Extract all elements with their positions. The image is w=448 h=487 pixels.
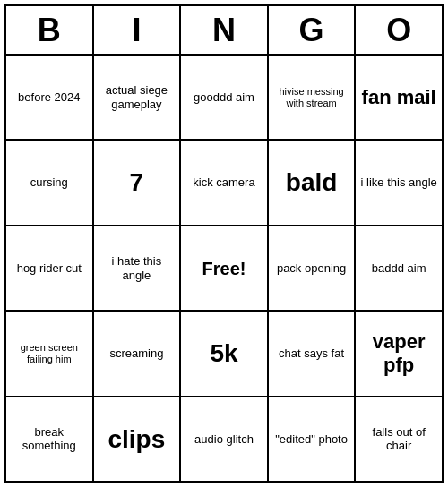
- header-letter: O: [356, 6, 442, 54]
- bingo-grid: before 2024actual siege gameplaygooddd a…: [6, 56, 442, 481]
- bingo-cell-0-2: gooddd aim: [181, 56, 269, 139]
- header-letter: B: [6, 6, 94, 54]
- bingo-cell-2-0: hog rider cut: [6, 226, 94, 310]
- bingo-cell-4-1: clips: [94, 397, 182, 481]
- bingo-row-2: hog rider cuti hate this angleFree!pack …: [6, 226, 442, 312]
- bingo-cell-2-3: pack opening: [269, 226, 357, 310]
- bingo-cell-4-3: "edited" photo: [269, 397, 357, 481]
- header-letter: N: [181, 6, 269, 54]
- bingo-cell-3-1: screaming: [94, 312, 182, 395]
- bingo-row-1: cursing7kick camerabaldi like this angle: [6, 141, 442, 226]
- bingo-cell-3-0: green screen failing him: [6, 312, 94, 395]
- bingo-cell-4-4: falls out of chair: [356, 397, 442, 481]
- bingo-row-3: green screen failing himscreaming5kchat …: [6, 312, 442, 397]
- bingo-cell-1-1: 7: [94, 141, 182, 224]
- bingo-row-4: break somethingclipsaudio glitch"edited"…: [6, 397, 442, 481]
- header-letter: G: [269, 6, 357, 54]
- bingo-card: BINGO before 2024actual siege gameplaygo…: [4, 4, 444, 483]
- bingo-cell-1-2: kick camera: [181, 141, 269, 224]
- bingo-cell-0-1: actual siege gameplay: [94, 56, 182, 139]
- bingo-header: BINGO: [6, 6, 442, 56]
- bingo-cell-1-4: i like this angle: [356, 141, 442, 224]
- bingo-cell-2-4: baddd aim: [356, 226, 442, 310]
- bingo-cell-4-0: break something: [6, 397, 94, 481]
- bingo-cell-4-2: audio glitch: [181, 397, 269, 481]
- bingo-row-0: before 2024actual siege gameplaygooddd a…: [6, 56, 442, 141]
- bingo-cell-1-3: bald: [269, 141, 357, 224]
- bingo-cell-3-2: 5k: [181, 312, 269, 395]
- bingo-cell-2-1: i hate this angle: [94, 226, 182, 310]
- bingo-cell-0-3: hivise messing with stream: [269, 56, 357, 139]
- bingo-cell-3-4: vaper pfp: [356, 312, 442, 395]
- bingo-cell-0-0: before 2024: [6, 56, 94, 139]
- header-letter: I: [94, 6, 182, 54]
- bingo-cell-1-0: cursing: [6, 141, 94, 224]
- bingo-cell-2-2: Free!: [181, 226, 269, 310]
- bingo-cell-0-4: fan mail: [356, 56, 442, 139]
- bingo-cell-3-3: chat says fat: [269, 312, 357, 395]
